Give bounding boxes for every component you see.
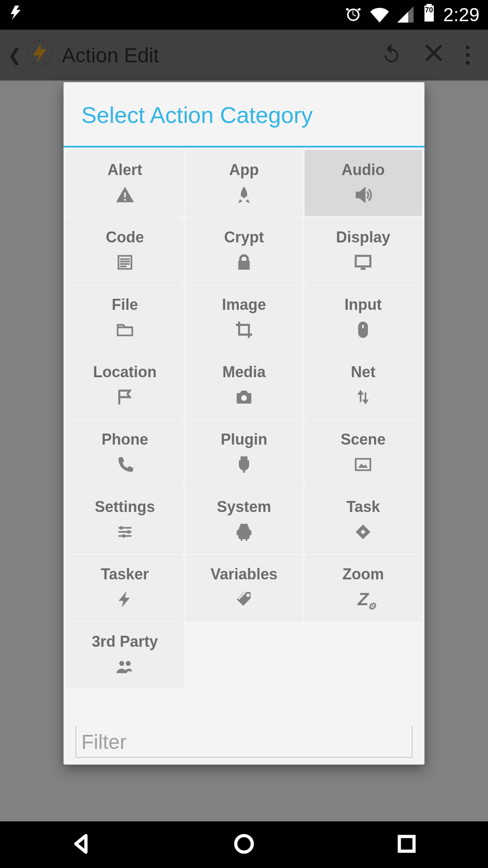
picture-icon — [353, 454, 373, 475]
svg-rect-3 — [120, 526, 122, 529]
category-label: Settings — [95, 498, 155, 516]
category-display[interactable]: Display — [305, 217, 422, 283]
category-label: Zoom — [342, 565, 384, 583]
category-audio[interactable]: Audio — [305, 150, 422, 216]
category-file[interactable]: File — [66, 285, 183, 351]
category-plugin[interactable]: Plugin — [185, 420, 302, 485]
svg-point-7 — [126, 661, 131, 666]
action-category-dialog: Select Action Category AlertAppAudioCode… — [64, 82, 424, 765]
category-image[interactable]: Image — [185, 285, 302, 351]
category-task[interactable]: Task — [305, 487, 422, 553]
category-phone[interactable]: Phone — [66, 420, 183, 485]
category-label: Code — [106, 228, 144, 246]
category-label: Input — [344, 296, 382, 314]
category-label: Alert — [108, 161, 142, 179]
page-title: Action Edit — [62, 44, 159, 67]
category-grid: AlertAppAudioCodeCryptDisplayFileImageIn… — [64, 147, 424, 726]
category-tasker[interactable]: Tasker — [66, 554, 183, 620]
android-icon — [234, 522, 254, 542]
category-input[interactable]: Input — [305, 285, 422, 351]
overflow-menu-button[interactable] — [455, 46, 480, 64]
category-system[interactable]: System — [185, 487, 302, 553]
category-label: Plugin — [221, 431, 267, 448]
dialog-title: Select Action Category — [64, 82, 424, 147]
diamond-icon — [353, 522, 373, 542]
nav-back-button[interactable] — [70, 833, 92, 857]
category-label: Variables — [211, 565, 277, 583]
undo-button[interactable] — [370, 43, 413, 68]
app-bar: ❮ Action Edit — [0, 30, 488, 81]
category-label: Crypt — [224, 228, 264, 246]
camera-icon — [234, 387, 254, 407]
category-settings[interactable]: Settings — [66, 487, 183, 553]
phone-icon — [115, 454, 135, 475]
crop-icon — [234, 320, 254, 340]
svg-rect-2 — [356, 459, 371, 470]
category-zoom[interactable]: ZoomZ⚙ — [305, 554, 422, 620]
category-media[interactable]: Media — [185, 352, 302, 418]
category-label: Scene — [341, 431, 385, 448]
battery-pct: 70 — [425, 6, 433, 14]
speaker-icon — [353, 185, 373, 205]
category-net[interactable]: Net — [305, 352, 422, 418]
folder-icon — [115, 320, 135, 340]
tag-icon — [234, 589, 254, 609]
lock-icon — [234, 252, 254, 273]
category-code[interactable]: Code — [66, 217, 183, 283]
alarm-icon — [344, 6, 363, 24]
system-nav-bar — [0, 821, 488, 868]
category-label: Media — [222, 363, 266, 381]
svg-point-6 — [119, 661, 124, 666]
svg-point-8 — [236, 836, 252, 852]
category-label: Display — [336, 228, 390, 246]
monitor-icon — [353, 252, 373, 273]
category-app[interactable]: App — [185, 150, 302, 216]
category-crypt[interactable]: Crypt — [185, 217, 302, 283]
sliders-icon — [115, 522, 135, 542]
category-label: Audio — [341, 161, 385, 179]
filter-input[interactable] — [75, 726, 413, 758]
category-label: Location — [93, 363, 157, 381]
svg-point-1 — [241, 395, 247, 401]
tasker-logo-icon[interactable] — [25, 38, 55, 72]
category-label: 3rd Party — [92, 633, 158, 651]
code-icon — [115, 252, 135, 273]
category-scene[interactable]: Scene — [305, 420, 422, 485]
close-button[interactable] — [413, 43, 455, 68]
mouse-icon — [353, 320, 373, 340]
svg-rect-4 — [127, 530, 130, 534]
cell-signal-icon — [396, 6, 415, 24]
category-label: App — [229, 161, 259, 179]
category-label: Image — [222, 296, 266, 314]
svg-rect-9 — [399, 837, 414, 851]
category-location[interactable]: Location — [66, 352, 183, 418]
svg-rect-5 — [122, 534, 125, 537]
category-label: Tasker — [101, 565, 149, 583]
status-bar: 70 2:29 — [0, 0, 488, 30]
category-label: Net — [351, 363, 375, 381]
wifi-icon — [370, 6, 389, 24]
category-label: Task — [347, 498, 380, 516]
nav-recent-button[interactable] — [396, 833, 418, 857]
rocket-icon — [234, 185, 254, 205]
people-icon — [115, 657, 135, 677]
back-chevron-icon[interactable]: ❮ — [8, 45, 22, 65]
plug-icon — [234, 454, 254, 475]
category-variables[interactable]: Variables — [185, 554, 302, 620]
nav-home-button[interactable] — [233, 833, 255, 857]
charging-icon — [7, 4, 28, 25]
alert-icon — [115, 185, 135, 205]
updown-icon — [353, 387, 373, 407]
category-label: Phone — [102, 431, 148, 448]
category-alert[interactable]: Alert — [66, 150, 183, 216]
battery-icon: 70 — [423, 3, 435, 26]
flag-icon — [115, 387, 135, 407]
bolt-icon — [115, 589, 135, 609]
clock: 2:29 — [443, 4, 480, 25]
category-3rd-party[interactable]: 3rd Party — [66, 622, 183, 687]
zoom-icon: Z⚙ — [358, 589, 369, 609]
category-label: File — [112, 296, 138, 314]
category-label: System — [217, 498, 271, 516]
